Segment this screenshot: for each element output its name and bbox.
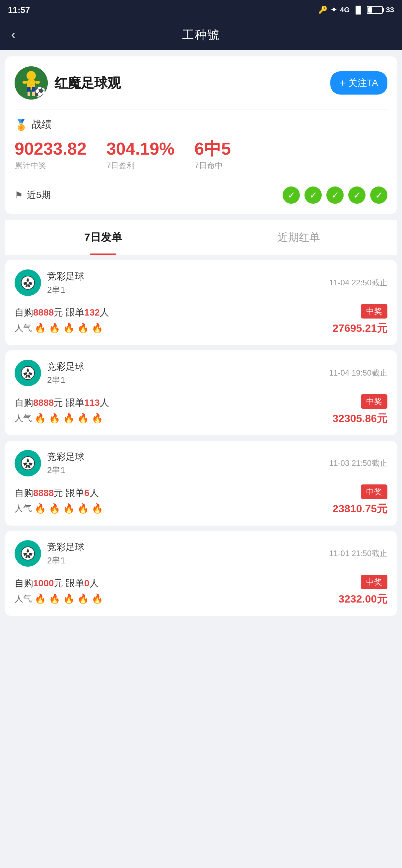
avatar	[14, 66, 48, 99]
bet-card-2[interactable]: 竞彩足球 2串1 11-04 19:50截止 自购8888元 跟单113人 人气…	[5, 350, 397, 435]
check-badge-4: ✓	[348, 186, 366, 204]
bet-card-3-header: 竞彩足球 2串1 11-03 21:50截止	[14, 450, 388, 476]
fire-2-5: 🔥	[92, 413, 103, 424]
status-time: 11:57	[8, 5, 30, 15]
tab-7day-label: 7日发单	[84, 231, 122, 243]
tab-recent-red[interactable]: 近期红单	[201, 220, 397, 255]
bet-followers-1: 132	[84, 307, 100, 317]
page-title: 工种號	[182, 27, 220, 43]
bet-type-name-3: 竞彩足球	[47, 451, 84, 463]
seven-day-hit-stat: 6中5 7日命中	[194, 140, 231, 171]
check-badge-1: ✓	[283, 186, 300, 204]
bet-popularity-1: 人气 🔥 🔥 🔥 🔥 🔥	[14, 322, 333, 334]
bet-deadline-3: 11-03 21:50截止	[329, 458, 388, 468]
signal-icon: ▐▌	[353, 6, 363, 14]
status-icons: 🔑 ✦ 4G ▐▌ 33	[318, 6, 394, 14]
battery-icon	[367, 6, 383, 14]
bet-amount-4: 1000	[33, 578, 54, 588]
svg-point-1	[27, 71, 36, 80]
svg-rect-7	[23, 81, 27, 84]
seven-day-profit-desc: 7日盈利	[106, 160, 175, 171]
bet-type-format-2: 2串1	[47, 374, 84, 386]
fire-4-4: 🔥	[77, 593, 89, 604]
bet-type-info-1: 竞彩足球 2串1	[47, 270, 84, 296]
bet-icon-4	[14, 540, 41, 567]
bet-type-left-1: 竞彩足球 2串1	[14, 270, 84, 296]
stats-section-label: 战绩	[32, 118, 52, 131]
bet-amount-1: 8888	[33, 307, 54, 317]
flag-icon: ⚑	[14, 190, 23, 201]
plus-icon: +	[340, 77, 346, 89]
bet-card-4[interactable]: 竞彩足球 2串1 11-01 21:50截止 自购1000元 跟单0人 人气 🔥…	[5, 531, 397, 616]
win-amount-1: 27695.21元	[333, 321, 388, 336]
bet-info-left-1: 自购8888元 跟单132人 人气 🔥 🔥 🔥 🔥 🔥	[14, 306, 333, 334]
bet-purchase-4: 自购1000元 跟单0人	[14, 577, 338, 590]
fire-2-4: 🔥	[77, 413, 89, 424]
bet-followers-4: 0	[84, 578, 90, 588]
bet-type-left-2: 竞彩足球 2串1	[14, 360, 84, 386]
fire-3-4: 🔥	[77, 503, 89, 514]
bet-info-left-2: 自购8888元 跟单113人 人气 🔥 🔥 🔥 🔥 🔥	[14, 397, 333, 424]
bet-type-format-4: 2串1	[47, 555, 84, 566]
bet-popularity-4: 人气 🔥 🔥 🔥 🔥 🔥	[14, 593, 338, 604]
bet-type-info-2: 竞彩足球 2串1	[47, 360, 84, 386]
bet-card-1-header: 竞彩足球 2串1 11-04 22:50截止	[14, 270, 388, 296]
win-badge-1: 中奖	[361, 304, 388, 318]
bet-followers-2: 113	[84, 398, 100, 408]
bet-type-format-3: 2串1	[47, 465, 84, 476]
check-badge-2: ✓	[305, 186, 322, 204]
win-badge-4: 中奖	[361, 575, 388, 589]
win-amount-2: 32305.86元	[333, 411, 388, 426]
nav-bar: ‹ 工种號	[0, 20, 402, 50]
fire-5: 🔥	[92, 322, 103, 334]
fire-3-1: 🔥	[34, 503, 46, 514]
bet-card-2-footer: 自购8888元 跟单113人 人气 🔥 🔥 🔥 🔥 🔥 中奖 32305.86元	[14, 394, 388, 426]
main-content: 红魔足球观 + 关注TA 🏅 战绩 90233.82 累计中奖 304.19% …	[0, 50, 402, 628]
fire-4-5: 🔥	[92, 593, 103, 604]
bet-card-2-header: 竞彩足球 2串1 11-04 19:50截止	[14, 360, 388, 386]
bet-type-name-4: 竞彩足球	[47, 541, 84, 553]
bet-icon-1	[14, 270, 41, 296]
total-win-desc: 累计中奖	[14, 160, 87, 171]
bet-card-3-footer: 自购8888元 跟单6人 人气 🔥 🔥 🔥 🔥 🔥 中奖 23810.75元	[14, 485, 388, 516]
medal-icon: 🏅	[14, 119, 28, 131]
svg-rect-6	[32, 92, 35, 96]
fire-3-5: 🔥	[92, 503, 103, 514]
tab-7day[interactable]: 7日发单	[5, 220, 201, 255]
fire-3: 🔥	[63, 322, 74, 334]
check-badge-3: ✓	[327, 186, 344, 204]
bet-info-left-3: 自购8888元 跟单6人 人气 🔥 🔥 🔥 🔥 🔥	[14, 487, 333, 514]
bet-deadline-1: 11-04 22:50截止	[329, 277, 388, 288]
bet-deadline-4: 11-01 21:50截止	[329, 548, 388, 559]
fire-3-2: 🔥	[49, 503, 60, 514]
svg-rect-3	[27, 87, 31, 92]
recent5-row: ⚑ 近5期 ✓ ✓ ✓ ✓ ✓	[14, 181, 388, 204]
bet-card-3[interactable]: 竞彩足球 2串1 11-03 21:50截止 自购8888元 跟单6人 人气 🔥…	[5, 441, 397, 526]
svg-rect-5	[28, 92, 30, 96]
bet-purchase-3: 自购8888元 跟单6人	[14, 487, 333, 499]
stats-row: 90233.82 累计中奖 304.19% 7日盈利 6中5 7日命中	[14, 140, 388, 171]
bet-type-left-4: 竞彩足球 2串1	[14, 540, 84, 567]
follow-button[interactable]: + 关注TA	[330, 71, 388, 95]
bet-followers-3: 6	[84, 488, 90, 498]
total-win-value: 90233.82	[14, 140, 87, 158]
profile-left: 红魔足球观	[14, 66, 121, 99]
fire-2-3: 🔥	[63, 413, 74, 424]
bet-result-2: 中奖 32305.86元	[333, 394, 388, 426]
fire-4-2: 🔥	[49, 593, 60, 604]
tabs-container: 7日发单 近期红单	[5, 220, 397, 255]
bet-icon-2	[14, 360, 41, 386]
fire-4-1: 🔥	[34, 593, 46, 604]
bet-type-format-1: 2串1	[47, 284, 84, 296]
bet-amount-3: 8888	[33, 488, 54, 498]
back-button[interactable]: ‹	[8, 25, 19, 45]
fire-2: 🔥	[49, 322, 60, 334]
bet-card-1[interactable]: 竞彩足球 2串1 11-04 22:50截止 自购8888元 跟单132人 人气…	[5, 260, 397, 345]
bet-card-1-footer: 自购8888元 跟单132人 人气 🔥 🔥 🔥 🔥 🔥 中奖 27695.21元	[14, 304, 388, 336]
svg-point-9	[36, 90, 41, 96]
bet-type-name-1: 竞彩足球	[47, 270, 84, 283]
network-icon: 4G	[340, 6, 349, 14]
svg-rect-4	[32, 87, 35, 92]
bet-icon-3	[14, 450, 41, 476]
seven-day-profit-value: 304.19%	[106, 140, 175, 158]
